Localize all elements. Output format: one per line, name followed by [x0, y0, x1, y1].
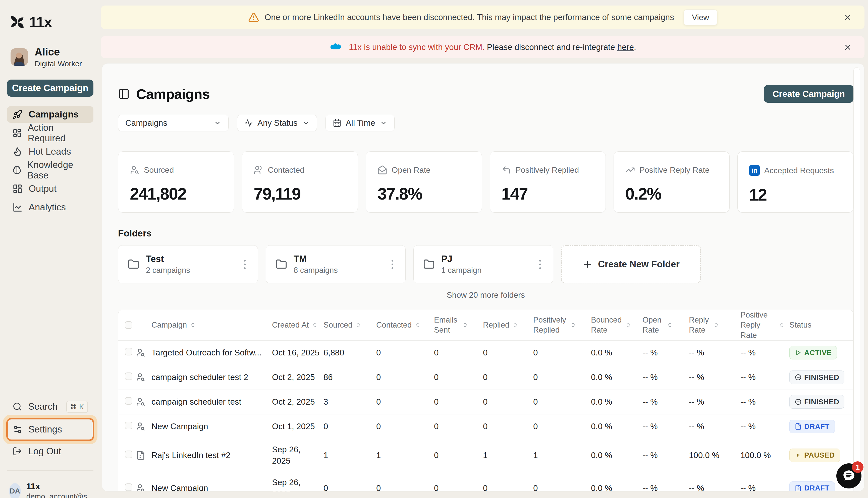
chat-widget-button[interactable]: 1 — [837, 463, 861, 488]
close-icon[interactable] — [843, 43, 852, 51]
positive-reply-rate-value: -- % — [740, 422, 789, 431]
campaign-name[interactable]: Raj's LinkedIn test #2 — [152, 450, 272, 460]
sort-icon[interactable] — [355, 322, 361, 328]
folder-menu-icon[interactable] — [389, 257, 396, 272]
sort-icon[interactable] — [415, 322, 421, 328]
row-checkbox[interactable] — [125, 450, 132, 458]
draft-file-icon — [795, 423, 802, 430]
column-header[interactable]: Open Rate — [643, 315, 689, 335]
show-more-folders-button[interactable]: Show 20 more folders — [118, 290, 853, 300]
logout-button[interactable]: Log Out — [7, 444, 93, 458]
select-all-checkbox[interactable] — [125, 321, 132, 329]
column-header[interactable]: Created At — [272, 320, 324, 330]
sidebar-item-hot-leads[interactable]: Hot Leads — [7, 143, 93, 160]
user-name: Alice — [35, 46, 82, 58]
stat-card-accepted-requests: inAccepted Requests 12 — [737, 152, 853, 213]
sidebar-item-analytics[interactable]: Analytics — [7, 199, 93, 215]
account-switcher[interactable]: DA 11x demo_account@s... — [7, 482, 93, 498]
sort-icon[interactable] — [513, 322, 518, 328]
folder-card-tm[interactable]: TM8 campaigns — [266, 245, 406, 284]
line-chart-icon — [13, 202, 23, 212]
row-checkbox[interactable] — [125, 372, 132, 380]
sidebar-item-knowledge-base[interactable]: Knowledge Base — [7, 162, 93, 179]
column-header[interactable]: Status — [789, 320, 855, 330]
column-header[interactable]: Sourced — [324, 320, 376, 330]
sort-icon[interactable] — [625, 322, 631, 328]
positively-replied-value: 0 — [533, 372, 591, 382]
sort-icon[interactable] — [779, 322, 785, 328]
create-campaign-button[interactable]: Create Campaign — [764, 85, 853, 103]
calendar-icon — [333, 119, 341, 127]
column-header[interactable]: Reply Rate — [689, 315, 740, 335]
campaigns-filter-dropdown[interactable]: Campaigns — [118, 115, 229, 131]
sort-icon[interactable] — [570, 322, 576, 328]
avatar — [11, 48, 28, 66]
filter-bar: Campaigns Any Status All Time — [118, 115, 853, 131]
sidebar-item-output[interactable]: Output — [7, 181, 93, 197]
campaign-name[interactable]: New Campaign — [152, 422, 272, 431]
table-row[interactable]: Raj's LinkedIn test #2 Sep 26, 2025 1 1 … — [118, 439, 853, 472]
folder-menu-icon[interactable] — [241, 257, 248, 272]
open-rate-value: -- % — [643, 397, 689, 407]
contacted-value: 0 — [376, 372, 434, 382]
table-row[interactable]: New Campaign Oct 1, 2025 0 0 0 0 0 0.0 %… — [118, 415, 853, 439]
campaign-name[interactable]: New Campaign — [152, 483, 272, 492]
campaign-name[interactable]: Targeted Outreach for Softw... — [152, 348, 272, 357]
reply-rate-value: -- % — [689, 372, 740, 382]
table-row[interactable]: campaign scheduler test 2 Oct 2, 2025 86… — [118, 365, 853, 390]
positive-reply-rate-value: 100.0 % — [740, 450, 789, 460]
search-button[interactable]: Search ⌘ K — [7, 399, 93, 414]
open-rate-value: -- % — [643, 348, 689, 357]
positively-replied-value: 0 — [533, 422, 591, 431]
table-row[interactable]: campaign scheduler test Oct 2, 2025 3 0 … — [118, 390, 853, 415]
view-button[interactable]: View — [684, 10, 717, 25]
row-checkbox[interactable] — [125, 422, 132, 429]
campaign-name[interactable]: campaign scheduler test — [152, 397, 272, 407]
status-badge: DRAFT — [789, 420, 835, 433]
status-filter-dropdown[interactable]: Any Status — [237, 115, 317, 131]
campaign-name[interactable]: campaign scheduler test 2 — [152, 372, 272, 382]
stats-row: Sourced 241,802 Contacted 79,119 Open Ra… — [118, 152, 853, 213]
sort-icon[interactable] — [462, 322, 468, 328]
folder-menu-icon[interactable] — [537, 257, 544, 272]
minus-circle-icon — [795, 374, 802, 381]
emails-sent-value: 0 — [434, 372, 483, 382]
row-checkbox[interactable] — [125, 348, 132, 355]
scrollbar[interactable] — [853, 67, 860, 488]
positively-replied-value: 0 — [533, 348, 591, 357]
status-badge: ACTIVE — [789, 346, 837, 359]
folder-card-pj[interactable]: PJ1 campaign — [413, 245, 553, 284]
settings-button[interactable]: Settings — [6, 418, 94, 441]
stat-card-open-rate: Open Rate 37.8% — [366, 152, 482, 213]
create-new-folder-button[interactable]: Create New Folder — [561, 245, 701, 284]
table-row[interactable]: New Campaign Sep 26, 2025 0 0 0 0 0 0.0 … — [118, 472, 853, 492]
create-campaign-button-sidebar[interactable]: Create Campaign — [7, 80, 93, 97]
emails-sent-value: 0 — [434, 348, 483, 357]
sidebar-item-action-required[interactable]: Action Required — [7, 125, 93, 141]
sidebar-item-campaigns[interactable]: Campaigns — [7, 106, 93, 123]
column-header[interactable]: Campaign — [152, 320, 272, 330]
sort-icon[interactable] — [667, 322, 673, 328]
column-header[interactable]: Replied — [483, 320, 533, 330]
linkedin-disconnected-banner: One or more LinkedIn accounts have been … — [101, 5, 865, 29]
trending-up-icon — [625, 165, 635, 175]
crm-here-link[interactable]: here — [617, 42, 634, 52]
row-checkbox[interactable] — [125, 397, 132, 405]
column-header[interactable]: Emails Sent — [434, 315, 483, 335]
sort-icon[interactable] — [713, 322, 719, 328]
folder-card-test[interactable]: Test2 campaigns — [118, 245, 258, 284]
sidebar: 11x Alice Digital Worker Create Campaign… — [0, 0, 101, 498]
activity-icon — [244, 119, 253, 127]
table-row[interactable]: Targeted Outreach for Softw... Oct 16, 2… — [118, 341, 853, 365]
column-header[interactable]: Bounced Rate — [591, 315, 643, 335]
column-header[interactable] — [118, 321, 136, 329]
panel-left-icon[interactable] — [118, 88, 130, 100]
sort-icon[interactable] — [190, 322, 196, 328]
row-checkbox[interactable] — [125, 483, 132, 491]
close-icon[interactable] — [843, 13, 852, 22]
sort-icon[interactable] — [312, 322, 318, 328]
column-header[interactable]: Positive Reply Rate — [740, 310, 789, 340]
column-header[interactable]: Contacted — [376, 320, 434, 330]
time-filter-dropdown[interactable]: All Time — [325, 115, 394, 131]
column-header[interactable]: Positively Replied — [533, 315, 591, 335]
